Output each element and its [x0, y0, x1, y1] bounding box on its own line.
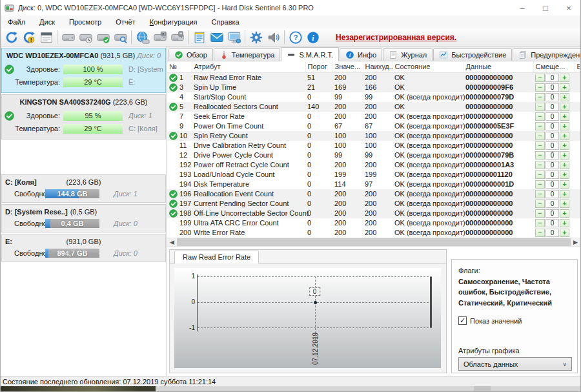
- offset-decrease-button[interactable]: −: [535, 209, 545, 218]
- smart-row-1[interactable]: 1Raw Read Error Rate51200200OK0000000000…: [167, 72, 580, 83]
- smart-row-3[interactable]: 3Spin Up Time21169166OK0000000009F6−0+: [167, 83, 580, 92]
- smart-row-10[interactable]: 10Spin Retry Count0100100OK (всегда прох…: [167, 131, 580, 141]
- offset-increase-button[interactable]: +: [560, 83, 569, 92]
- tab-обзор[interactable]: Обзор: [168, 48, 213, 61]
- tab-журнал[interactable]: Журнал: [383, 48, 433, 61]
- col-header-threshold[interactable]: Порог: [305, 61, 332, 72]
- offset-increase-button[interactable]: +: [560, 112, 569, 121]
- toolbar-gear-button[interactable]: [247, 29, 265, 45]
- toolbar-refresh-button[interactable]: [3, 29, 20, 45]
- smart-row-196[interactable]: 196Reallocation Event Count0200200OK (вс…: [167, 189, 580, 199]
- menu-item-0[interactable]: Файл: [1, 15, 32, 28]
- smart-row-198[interactable]: 198Off-Line Uncorrectable Sector Count02…: [167, 209, 580, 218]
- offset-increase-button[interactable]: +: [560, 219, 569, 227]
- offset-increase-button[interactable]: +: [560, 229, 569, 237]
- offset-increase-button[interactable]: +: [560, 103, 569, 111]
- scroll-right-icon[interactable]: ▶: [571, 239, 580, 245]
- toolbar-mail-button[interactable]: [208, 29, 225, 45]
- disk-card-0[interactable]: WDC WD10EZEX-00MFCA0 (931,5 GB) Диск: 0З…: [1, 48, 166, 93]
- tab-инфо[interactable]: iИнфо: [340, 48, 382, 61]
- smart-row-192[interactable]: 192Power off Retract Cycle Count0200200O…: [167, 160, 580, 170]
- col-header-offset[interactable]: Смеще...: [533, 61, 575, 72]
- offset-decrease-button[interactable]: −: [535, 103, 545, 111]
- offset-increase-button[interactable]: +: [560, 93, 569, 101]
- toolbar-help-button[interactable]: ?: [287, 29, 304, 45]
- menu-item-3[interactable]: Отчёт: [108, 15, 142, 28]
- scroll-left-icon[interactable]: ◀: [167, 239, 177, 245]
- toolbar-report-button[interactable]: [37, 29, 55, 45]
- offset-decrease-button[interactable]: −: [535, 190, 545, 198]
- toolbar-disk-globe-button[interactable]: [134, 29, 151, 45]
- smart-row-193[interactable]: 193Load/Unload Cycle Count0199199OK (все…: [167, 170, 580, 180]
- toolbar-disk-usb-button[interactable]: [168, 29, 186, 45]
- minimize-button[interactable]: –: [511, 0, 534, 15]
- tab-предупреждения[interactable]: Предупреждения: [513, 48, 581, 61]
- offset-increase-button[interactable]: +: [560, 180, 569, 189]
- offset-increase-button[interactable]: +: [560, 190, 569, 198]
- offset-increase-button[interactable]: +: [560, 132, 569, 140]
- menu-item-2[interactable]: Просмотр: [62, 15, 108, 28]
- smart-row-4[interactable]: 4Start/Stop Count09999OK (всегда проходи…: [167, 92, 580, 102]
- toolbar-disk-search-button[interactable]: [112, 29, 129, 45]
- tab-s.m.a.r.t.[interactable]: S.M.A.R.T.: [281, 47, 339, 61]
- offset-decrease-button[interactable]: −: [535, 93, 545, 101]
- offset-decrease-button[interactable]: −: [535, 170, 545, 179]
- offset-increase-button[interactable]: +: [560, 209, 569, 218]
- offset-decrease-button[interactable]: −: [535, 74, 545, 82]
- offset-increase-button[interactable]: +: [560, 161, 569, 169]
- col-header-value[interactable]: Значе...: [332, 61, 363, 72]
- smart-row-9[interactable]: 9Power On Time Count06767OK (всегда прох…: [167, 121, 580, 131]
- maximize-button[interactable]: □: [534, 0, 557, 15]
- smart-row-194[interactable]: 194Disk Temperature011497OK (всегда прох…: [167, 180, 580, 189]
- toolbar-speaker-button[interactable]: [265, 29, 282, 45]
- smart-row-7[interactable]: 7Seek Error Rate0200200OK (всегда проход…: [167, 112, 580, 121]
- graph-attributes-dropdown[interactable]: Область данных ∨: [458, 357, 572, 371]
- partition-card-c[interactable]: C: [Коля](223,6 GB)Свободно144,8 GBДиск:…: [1, 174, 166, 203]
- offset-increase-button[interactable]: +: [560, 151, 569, 160]
- offset-decrease-button[interactable]: −: [535, 122, 545, 130]
- close-button[interactable]: ×: [557, 0, 580, 15]
- smart-row-12[interactable]: 12Drive Power Cycle Count09999OK (всегда…: [167, 150, 580, 160]
- col-header-attribute[interactable]: Атрибут: [192, 61, 305, 72]
- offset-increase-button[interactable]: +: [560, 170, 569, 179]
- toolbar-monitor-button[interactable]: [225, 29, 243, 45]
- smart-row-199[interactable]: 199Ultra ATA CRC Error Count0200200OK (в…: [167, 218, 580, 228]
- toolbar-disk-check-button[interactable]: [94, 29, 112, 45]
- toolbar-info-button[interactable]: i: [304, 29, 321, 45]
- toolbar-notes-button[interactable]: [190, 29, 208, 45]
- offset-decrease-button[interactable]: −: [535, 161, 545, 169]
- offset-increase-button[interactable]: +: [560, 74, 569, 82]
- smart-row-11[interactable]: 11Drive Calibration Retry Count0100100OK…: [167, 141, 580, 150]
- col-header-worst[interactable]: Наихуд...: [363, 61, 392, 72]
- col-header-extra[interactable]: В: [575, 61, 580, 72]
- show-values-checkbox-row[interactable]: ✓ Показ значений: [458, 316, 571, 325]
- offset-decrease-button[interactable]: −: [535, 229, 545, 237]
- toolbar-disk-button[interactable]: [59, 29, 77, 45]
- menu-item-4[interactable]: Конфигурация: [143, 15, 205, 28]
- show-values-checkbox[interactable]: ✓: [458, 316, 467, 325]
- offset-decrease-button[interactable]: −: [535, 112, 545, 121]
- smart-row-197[interactable]: 197Current Pending Sector Count0200200OK…: [167, 199, 580, 209]
- offset-decrease-button[interactable]: −: [535, 200, 545, 208]
- tab-температура[interactable]: Температура: [214, 48, 281, 61]
- toolbar-refresh-warning-button[interactable]: [20, 29, 37, 45]
- disk-card-1[interactable]: KINGSTON SA400S37240G (223,6 GB) Здоровь…: [1, 94, 166, 139]
- offset-decrease-button[interactable]: −: [535, 132, 545, 140]
- col-header-number[interactable]: №: [167, 61, 192, 72]
- graph-tab-raw-read-error-rate[interactable]: Raw Read Error Rate: [174, 251, 259, 263]
- toolbar-disk-clock-button[interactable]: [77, 29, 94, 45]
- partition-card-e[interactable]: E:(931,0 GB)Свободно894,7 GBДиск: 0: [1, 234, 166, 262]
- offset-decrease-button[interactable]: −: [535, 151, 545, 160]
- offset-increase-button[interactable]: +: [560, 200, 569, 208]
- tab-быстродействие[interactable]: Быстродействие: [433, 48, 512, 61]
- offset-increase-button[interactable]: +: [560, 122, 569, 130]
- offset-decrease-button[interactable]: −: [535, 219, 545, 227]
- col-header-status[interactable]: Состояние: [392, 61, 464, 72]
- offset-decrease-button[interactable]: −: [535, 141, 545, 150]
- partition-card-d[interactable]: D: [System Rese..](0,5 GB)Свободно0,4 GB…: [1, 204, 166, 232]
- col-header-data[interactable]: Данные: [464, 61, 533, 72]
- offset-increase-button[interactable]: +: [560, 141, 569, 150]
- menu-item-1[interactable]: Диск: [32, 15, 62, 28]
- table-horizontal-scrollbar[interactable]: ◀ ▶: [167, 238, 580, 247]
- offset-decrease-button[interactable]: −: [535, 180, 545, 189]
